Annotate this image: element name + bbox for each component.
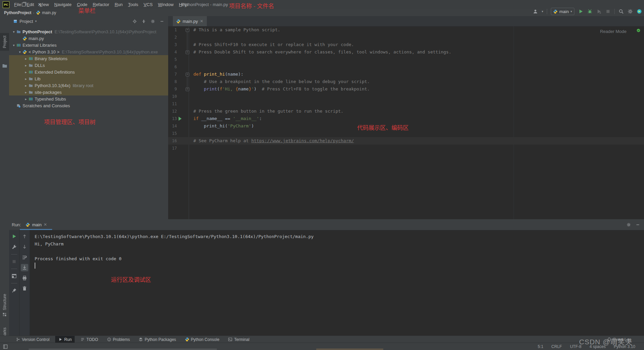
tree-item-external-libraries[interactable]: ▾External Libraries <box>9 42 168 48</box>
toolwindow-todo[interactable]: TODO <box>77 336 101 343</box>
fold-marker-icon[interactable] <box>186 50 189 54</box>
tool-stripe-structure[interactable]: Structure <box>0 294 9 317</box>
tool-stripe-project[interactable]: Project <box>0 33 9 51</box>
tree-item-main-py[interactable]: main.py <box>9 35 168 42</box>
soft-wrap-button[interactable] <box>21 254 28 261</box>
chevron-right-icon[interactable]: ▸ <box>23 84 29 87</box>
line-number[interactable]: 6 <box>168 63 177 71</box>
fold-marker-icon[interactable] <box>186 73 189 76</box>
line-number[interactable]: 10 <box>168 93 177 100</box>
run-gutter-icon[interactable] <box>179 117 182 121</box>
tree-item-binary-skeletons[interactable]: ▸Binary Skeletons <box>9 55 168 62</box>
tree-item-pythonproject[interactable]: ▾PythonProjectE:\TestingSoftware\Python3… <box>9 28 168 35</box>
editor-tab-main-py[interactable]: main.py ✕ <box>173 16 207 26</box>
toolwindow-python-console[interactable]: Python Console <box>182 336 223 343</box>
locate-icon[interactable] <box>132 19 137 24</box>
code-line-5[interactable]: 5 <box>168 56 644 63</box>
menu-navigate[interactable]: Navigate <box>51 0 74 9</box>
stop-button[interactable] <box>10 258 18 265</box>
settings-icon[interactable] <box>151 19 155 24</box>
code-line-2[interactable]: 2 <box>168 34 644 41</box>
line-number[interactable]: 16 <box>168 137 177 145</box>
tool-window-toggle-icon[interactable] <box>3 344 8 349</box>
tree-item-site-packages[interactable]: ▸site-packages <box>9 89 168 95</box>
tree-item-extended-definitions[interactable]: ▸Extended Definitions <box>9 69 168 75</box>
breadcrumb-file[interactable]: main.py <box>42 10 56 15</box>
hide-icon[interactable] <box>160 19 164 24</box>
clear-all-button[interactable] <box>21 285 28 292</box>
menu-tools[interactable]: Tools <box>125 0 141 9</box>
tree-item-typeshed-stubs[interactable]: ▸Typeshed Stubs <box>9 95 168 102</box>
line-number[interactable]: 1 <box>168 26 177 34</box>
line-number[interactable]: 5 <box>168 56 177 63</box>
ide-feature-icon[interactable] <box>637 9 642 14</box>
menu-run[interactable]: Run <box>112 0 125 9</box>
print-button[interactable] <box>21 274 28 282</box>
chevron-right-icon[interactable]: ▸ <box>23 90 29 94</box>
line-number[interactable]: 9 <box>168 85 177 93</box>
restore-layout-button[interactable] <box>10 272 18 280</box>
scroll-to-end-button[interactable] <box>21 264 28 271</box>
line-number[interactable]: 2 <box>168 34 177 41</box>
code-line-1[interactable]: 1# This is a sample Python script. <box>168 26 644 34</box>
chevron-right-icon[interactable]: ▸ <box>23 97 29 101</box>
run-with-coverage-button[interactable] <box>596 9 602 14</box>
code-line-6[interactable]: 6 <box>168 63 644 71</box>
next-occurrence-button[interactable] <box>21 243 28 250</box>
chevron-right-icon[interactable]: ▸ <box>23 64 29 67</box>
search-everywhere-button[interactable] <box>618 9 624 14</box>
line-number[interactable]: 15 <box>168 130 177 137</box>
settings-button[interactable] <box>628 9 633 14</box>
line-number[interactable]: 14 <box>168 122 177 130</box>
status-item-5-1[interactable]: 5:1 <box>538 344 543 349</box>
line-number[interactable]: 7 <box>168 71 177 78</box>
chevron-right-icon[interactable]: ▸ <box>23 57 29 61</box>
line-number[interactable]: 12 <box>168 108 177 115</box>
line-number[interactable]: 13 <box>168 115 177 122</box>
run-configuration-select[interactable]: main ▾ <box>551 8 574 15</box>
line-number[interactable]: 8 <box>168 78 177 85</box>
chevron-right-icon[interactable]: ▸ <box>23 77 29 81</box>
code-line-12[interactable]: 12# Press the green button in the gutter… <box>168 108 644 115</box>
toolwindow-run[interactable]: Run <box>55 336 75 343</box>
code-line-3[interactable]: 3# Press Shift+F10 to execute it or repl… <box>168 41 644 48</box>
menu-vcs[interactable]: VCS <box>141 0 155 9</box>
project-panel-title[interactable]: Project <box>20 19 33 24</box>
run-settings-button[interactable] <box>10 243 18 251</box>
line-number[interactable]: 4 <box>168 48 177 56</box>
status-item-crlf[interactable]: CRLF <box>552 344 562 349</box>
collapse-all-icon[interactable] <box>142 19 146 24</box>
gear-icon[interactable] <box>627 223 631 227</box>
stop-button[interactable] <box>605 9 611 14</box>
tree-item-scratches-and-consoles[interactable]: Scratches and Consoles <box>9 102 168 109</box>
menu-window[interactable]: Window <box>155 0 176 9</box>
chevron-down-icon[interactable]: ▾ <box>11 30 16 34</box>
tree-item-dlls[interactable]: ▸DLLs <box>9 62 168 69</box>
chevron-down-icon[interactable]: ▾ <box>17 50 23 54</box>
code-line-17[interactable]: 17 <box>168 145 644 152</box>
pin-tab-button[interactable] <box>10 287 18 294</box>
line-number[interactable]: 11 <box>168 100 177 108</box>
chevron-down-icon[interactable]: ▾ <box>11 43 16 47</box>
project-folder-icon[interactable] <box>0 63 9 69</box>
close-tab-icon[interactable]: ✕ <box>44 222 47 227</box>
hide-panel-icon[interactable] <box>636 223 640 227</box>
run-button[interactable] <box>578 9 583 14</box>
fold-marker-icon[interactable] <box>186 87 189 91</box>
horizontal-scrollbar-segment[interactable] <box>316 349 383 350</box>
close-tab-icon[interactable]: ✕ <box>200 19 203 24</box>
horizontal-scrollbar[interactable] <box>29 349 217 350</box>
breadcrumb-project[interactable]: PythonProject <box>4 10 31 15</box>
user-profile-icon[interactable] <box>533 9 538 14</box>
chevron-right-icon[interactable]: ▸ <box>23 70 29 74</box>
debug-button[interactable] <box>587 9 593 14</box>
menu-view[interactable]: View <box>37 0 51 9</box>
code-line-9[interactable]: 9 print(f'Hi, {name}') # Press Ctrl+F8 t… <box>168 85 644 93</box>
line-number[interactable]: 17 <box>168 145 177 152</box>
run-tab-main[interactable]: main ✕ <box>26 222 47 227</box>
toolwindow-problems[interactable]: Problems <box>104 336 133 343</box>
prev-occurrence-button[interactable] <box>21 233 28 240</box>
code-line-10[interactable]: 10 <box>168 93 644 100</box>
tree-item-lib[interactable]: ▸Lib <box>9 75 168 82</box>
fold-marker-icon[interactable] <box>186 28 189 32</box>
